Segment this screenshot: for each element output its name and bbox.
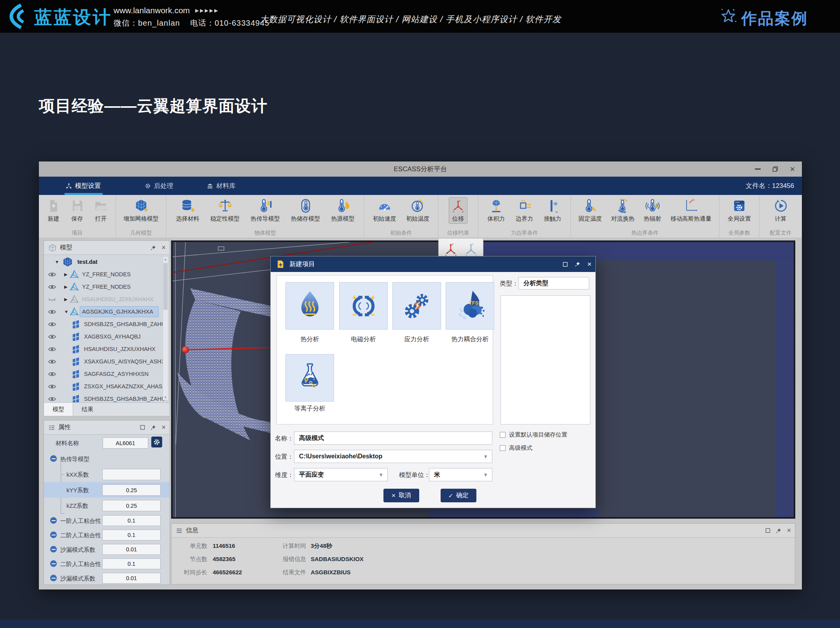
tree-node[interactable]: ▶ YZ_FREE_NODES (44, 268, 170, 281)
tree-root[interactable]: ▼ test.dat (44, 256, 170, 268)
kxx-field[interactable] (102, 469, 161, 480)
eye-icon[interactable] (48, 284, 56, 290)
pin-icon[interactable] (150, 245, 156, 251)
card-thermal-coupling-analysis[interactable]: TFSI (446, 282, 494, 330)
restore-button[interactable] (772, 166, 778, 172)
expander-icon[interactable]: ▶ (64, 272, 67, 277)
scrollbar-thumb[interactable] (163, 263, 168, 310)
tree-scrollbar[interactable]: ▲ ▼ (163, 256, 168, 400)
boundary-force-button[interactable]: 边界力 (514, 198, 535, 223)
collapse-icon[interactable] (50, 546, 57, 553)
type-list-box[interactable] (500, 295, 590, 425)
close-icon[interactable]: × (161, 244, 166, 252)
portfolio-label[interactable]: 作品案例 (741, 8, 808, 29)
float-icon[interactable] (563, 262, 568, 267)
eye-icon[interactable] (48, 371, 56, 377)
convection-button[interactable]: 对流换热 (610, 198, 636, 223)
default-location-checkbox[interactable]: 设置默认项目储存位置 (500, 431, 567, 439)
material-name-field[interactable]: AL6061 (103, 437, 148, 449)
collapse-icon[interactable] (50, 532, 57, 538)
close-icon[interactable]: × (587, 260, 592, 268)
expander-icon[interactable]: ▶ (64, 284, 67, 289)
axis-triad-red-option[interactable] (443, 242, 458, 257)
eye-icon[interactable] (48, 309, 56, 315)
kyy-field[interactable]: 0.25 (102, 484, 161, 496)
name-field[interactable]: 高级模式 (294, 432, 492, 445)
eye-icon[interactable] (48, 321, 56, 327)
advanced-mode-checkbox[interactable]: 高级模式 (500, 444, 532, 452)
tree-node-child[interactable]: XSAXGAUS_AISYAQSH_ASHX (44, 355, 170, 368)
material-settings-button[interactable] (151, 437, 162, 447)
float-icon[interactable] (765, 528, 770, 533)
collapse-icon[interactable] (50, 575, 57, 581)
close-icon[interactable]: × (161, 423, 166, 432)
tree-node-child[interactable]: ZSXGX_HSAKAZNZXK_AHASX (44, 380, 170, 393)
save-button[interactable]: 保存 (68, 198, 86, 223)
initial-velocity-button[interactable]: 初始速度 (371, 198, 398, 223)
hourglass1-field[interactable]: 0.01 (102, 544, 161, 555)
close-icon[interactable]: × (787, 526, 791, 535)
card-thermal-analysis[interactable] (285, 282, 334, 330)
tree-node-child[interactable]: HSAUHDISU_JZXIUXHAHX (44, 343, 170, 355)
kzz-field[interactable]: 0.25 (102, 500, 161, 511)
chevron-down-icon[interactable]: ▼ (483, 454, 488, 460)
stability-model-button[interactable]: 稳定性模型 (209, 198, 241, 223)
collapse-icon[interactable] (50, 517, 57, 524)
expander-icon[interactable]: ▼ (55, 260, 59, 264)
new-button[interactable]: 新建 (45, 198, 63, 223)
chevron-down-icon[interactable]: ▼ (483, 472, 488, 478)
expander-icon[interactable]: ▶ (64, 297, 67, 302)
body-force-button[interactable]: 体积力 (486, 198, 507, 223)
open-button[interactable]: 打开 (92, 198, 110, 223)
axis-triad-blue-option[interactable] (463, 242, 479, 257)
eye-icon[interactable] (48, 396, 56, 402)
eye-closed-icon[interactable] (48, 296, 56, 302)
gauss-flux-button[interactable]: 移动高斯热通量 (669, 198, 713, 223)
eye-icon[interactable] (48, 359, 56, 365)
visc1-field[interactable]: 0.1 (102, 515, 161, 526)
tab-result[interactable]: 结果 (73, 403, 170, 416)
compute-button[interactable]: 计算 (772, 198, 790, 223)
eye-icon[interactable] (48, 334, 56, 340)
heat-source-button[interactable]: 热源模型 (330, 198, 356, 223)
pin-icon[interactable] (776, 528, 781, 533)
tree-node-child[interactable]: SDHSBJZS_GHSABJHB_ZAHU (44, 318, 170, 330)
tree-node-child[interactable]: SAGFASGZ_ASYHHXSN (44, 368, 170, 380)
visc3-field[interactable]: 0.1 (102, 558, 161, 569)
window-titlebar[interactable]: ESCASS分析平台 × (39, 161, 802, 177)
cancel-button[interactable]: × 取消 (383, 489, 419, 502)
tab-postprocess[interactable]: 后处理 (145, 177, 173, 195)
scroll-up-icon[interactable]: ▲ (163, 258, 168, 261)
hourglass2-field[interactable]: 0.01 (102, 573, 161, 584)
minimize-button[interactable] (755, 168, 761, 169)
collapse-icon[interactable] (50, 455, 57, 462)
global-settings-button[interactable]: 全局设置 (726, 198, 752, 223)
tree-node-child[interactable]: XAGBSXG_AYHAQBJ (44, 330, 170, 343)
add-mesh-model-button[interactable]: 增加网格模型 (122, 198, 160, 223)
dimension-select[interactable]: 平面应变 ▼ (294, 468, 388, 481)
card-plasma-analysis[interactable] (285, 354, 334, 402)
card-stress-analysis[interactable] (392, 282, 441, 330)
chevron-down-icon[interactable]: ▼ (378, 472, 383, 478)
card-em-analysis[interactable] (339, 282, 388, 330)
pin-icon[interactable] (575, 261, 580, 267)
checkbox-icon[interactable] (500, 445, 506, 451)
ok-button[interactable]: ✓ 确定 (441, 489, 476, 502)
eye-icon[interactable] (48, 384, 56, 389)
close-button[interactable]: × (790, 165, 795, 173)
unit-select[interactable]: 米 ▼ (429, 468, 492, 481)
select-material-button[interactable]: 选择材料 (175, 198, 201, 223)
path-field[interactable]: C:\Users\weixiaohe\Desktop ▼ (294, 450, 492, 463)
tree-node-hidden[interactable]: ▶ HSAUHDISU_JZXIUXHAHX (44, 293, 170, 305)
tab-model[interactable]: 模型 (44, 403, 73, 416)
initial-temperature-button[interactable]: 初始温度 (404, 198, 431, 223)
eye-icon[interactable] (48, 346, 56, 352)
radiation-button[interactable]: 热辐射 (642, 198, 663, 223)
heat-storage-button[interactable]: 热储存模型 (289, 198, 322, 223)
scroll-down-icon[interactable]: ▼ (163, 396, 168, 399)
pin-icon[interactable] (150, 425, 156, 430)
tab-model-setup[interactable]: 模型设置 (66, 177, 101, 195)
visc2-field[interactable]: 0.1 (102, 530, 161, 540)
tree-node[interactable]: ▶ YZ_FREE_NODES (44, 281, 170, 293)
checkbox-icon[interactable] (500, 432, 506, 438)
